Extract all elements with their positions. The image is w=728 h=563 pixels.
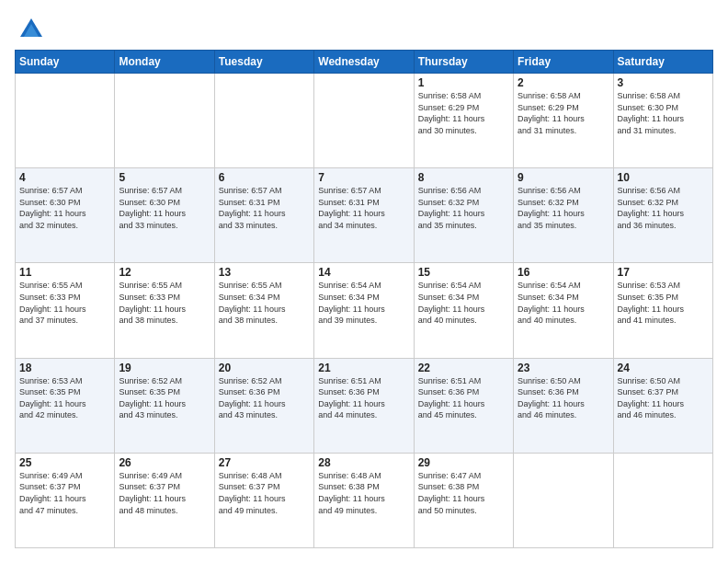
- day-info: Sunrise: 6:47 AM Sunset: 6:38 PM Dayligh…: [418, 470, 509, 516]
- day-info: Sunrise: 6:51 AM Sunset: 6:36 PM Dayligh…: [418, 375, 509, 421]
- day-info: Sunrise: 6:54 AM Sunset: 6:34 PM Dayligh…: [518, 280, 609, 326]
- calendar-header-wednesday: Wednesday: [314, 51, 414, 74]
- calendar-header-sunday: Sunday: [16, 51, 115, 74]
- calendar-cell: [214, 74, 313, 168]
- day-info: Sunrise: 6:56 AM Sunset: 6:32 PM Dayligh…: [618, 185, 709, 231]
- day-number: 12: [119, 266, 210, 279]
- calendar-header-thursday: Thursday: [414, 51, 513, 74]
- calendar-cell: 21Sunrise: 6:51 AM Sunset: 6:36 PM Dayli…: [314, 358, 414, 453]
- day-info: Sunrise: 6:53 AM Sunset: 6:35 PM Dayligh…: [19, 375, 110, 421]
- day-number: 17: [618, 266, 709, 279]
- day-info: Sunrise: 6:49 AM Sunset: 6:37 PM Dayligh…: [119, 470, 210, 516]
- day-number: 13: [219, 266, 310, 279]
- day-info: Sunrise: 6:50 AM Sunset: 6:36 PM Dayligh…: [518, 375, 609, 421]
- calendar-cell: [613, 453, 712, 547]
- day-info: Sunrise: 6:54 AM Sunset: 6:34 PM Dayligh…: [318, 280, 409, 326]
- day-info: Sunrise: 6:52 AM Sunset: 6:35 PM Dayligh…: [119, 375, 210, 421]
- calendar-cell: 11Sunrise: 6:55 AM Sunset: 6:33 PM Dayli…: [16, 263, 115, 358]
- calendar-week-row: 11Sunrise: 6:55 AM Sunset: 6:33 PM Dayli…: [16, 263, 713, 358]
- day-info: Sunrise: 6:56 AM Sunset: 6:32 PM Dayligh…: [518, 185, 609, 231]
- logo: [15, 15, 44, 40]
- calendar-week-row: 18Sunrise: 6:53 AM Sunset: 6:35 PM Dayli…: [16, 358, 713, 453]
- calendar-header-monday: Monday: [115, 51, 214, 74]
- day-number: 11: [19, 266, 110, 279]
- calendar-cell: [16, 74, 115, 168]
- calendar-cell: [115, 74, 214, 168]
- day-number: 5: [119, 171, 210, 184]
- day-info: Sunrise: 6:48 AM Sunset: 6:38 PM Dayligh…: [318, 470, 409, 516]
- calendar-cell: 22Sunrise: 6:51 AM Sunset: 6:36 PM Dayli…: [414, 358, 513, 453]
- day-info: Sunrise: 6:57 AM Sunset: 6:31 PM Dayligh…: [219, 185, 310, 231]
- day-number: 2: [518, 76, 609, 89]
- calendar-cell: 10Sunrise: 6:56 AM Sunset: 6:32 PM Dayli…: [613, 168, 712, 263]
- calendar-cell: 23Sunrise: 6:50 AM Sunset: 6:36 PM Dayli…: [514, 358, 613, 453]
- logo-icon: [18, 15, 44, 40]
- day-number: 9: [518, 171, 609, 184]
- calendar-cell: 14Sunrise: 6:54 AM Sunset: 6:34 PM Dayli…: [314, 263, 414, 358]
- day-number: 29: [418, 456, 509, 469]
- day-info: Sunrise: 6:51 AM Sunset: 6:36 PM Dayligh…: [318, 375, 409, 421]
- day-number: 1: [418, 76, 509, 89]
- day-number: 14: [318, 266, 409, 279]
- day-number: 15: [418, 266, 509, 279]
- calendar-header-tuesday: Tuesday: [214, 51, 313, 74]
- calendar-cell: 24Sunrise: 6:50 AM Sunset: 6:37 PM Dayli…: [613, 358, 712, 453]
- calendar-cell: 25Sunrise: 6:49 AM Sunset: 6:37 PM Dayli…: [16, 453, 115, 547]
- calendar-header-row: SundayMondayTuesdayWednesdayThursdayFrid…: [16, 51, 713, 74]
- day-number: 16: [518, 266, 609, 279]
- day-number: 3: [618, 76, 709, 89]
- day-info: Sunrise: 6:58 AM Sunset: 6:29 PM Dayligh…: [418, 90, 509, 136]
- calendar-cell: 20Sunrise: 6:52 AM Sunset: 6:36 PM Dayli…: [214, 358, 313, 453]
- page: SundayMondayTuesdayWednesdayThursdayFrid…: [0, 0, 728, 563]
- day-info: Sunrise: 6:52 AM Sunset: 6:36 PM Dayligh…: [219, 375, 310, 421]
- calendar-cell: 5Sunrise: 6:57 AM Sunset: 6:30 PM Daylig…: [115, 168, 214, 263]
- calendar-cell: 3Sunrise: 6:58 AM Sunset: 6:30 PM Daylig…: [613, 74, 712, 168]
- calendar-table: SundayMondayTuesdayWednesdayThursdayFrid…: [15, 50, 713, 548]
- calendar-cell: [314, 74, 414, 168]
- calendar-cell: 2Sunrise: 6:58 AM Sunset: 6:29 PM Daylig…: [514, 74, 613, 168]
- calendar-week-row: 1Sunrise: 6:58 AM Sunset: 6:29 PM Daylig…: [16, 74, 713, 168]
- day-number: 10: [618, 171, 709, 184]
- day-info: Sunrise: 6:56 AM Sunset: 6:32 PM Dayligh…: [418, 185, 509, 231]
- day-number: 19: [119, 362, 210, 374]
- calendar-header-friday: Friday: [514, 51, 613, 74]
- calendar-cell: 8Sunrise: 6:56 AM Sunset: 6:32 PM Daylig…: [414, 168, 513, 263]
- day-number: 8: [418, 171, 509, 184]
- calendar-cell: 12Sunrise: 6:55 AM Sunset: 6:33 PM Dayli…: [115, 263, 214, 358]
- calendar-week-row: 25Sunrise: 6:49 AM Sunset: 6:37 PM Dayli…: [16, 453, 713, 547]
- calendar-cell: 18Sunrise: 6:53 AM Sunset: 6:35 PM Dayli…: [16, 358, 115, 453]
- day-info: Sunrise: 6:48 AM Sunset: 6:37 PM Dayligh…: [219, 470, 310, 516]
- calendar-cell: 13Sunrise: 6:55 AM Sunset: 6:34 PM Dayli…: [214, 263, 313, 358]
- calendar-cell: 27Sunrise: 6:48 AM Sunset: 6:37 PM Dayli…: [214, 453, 313, 547]
- day-number: 23: [518, 362, 609, 374]
- calendar-cell: 16Sunrise: 6:54 AM Sunset: 6:34 PM Dayli…: [514, 263, 613, 358]
- day-number: 4: [19, 171, 110, 184]
- calendar-cell: 28Sunrise: 6:48 AM Sunset: 6:38 PM Dayli…: [314, 453, 414, 547]
- day-number: 26: [119, 456, 210, 469]
- day-number: 28: [318, 456, 409, 469]
- day-info: Sunrise: 6:57 AM Sunset: 6:30 PM Dayligh…: [119, 185, 210, 231]
- calendar-cell: 29Sunrise: 6:47 AM Sunset: 6:38 PM Dayli…: [414, 453, 513, 547]
- day-number: 20: [219, 362, 310, 374]
- day-info: Sunrise: 6:57 AM Sunset: 6:30 PM Dayligh…: [19, 185, 110, 231]
- calendar-cell: 17Sunrise: 6:53 AM Sunset: 6:35 PM Dayli…: [613, 263, 712, 358]
- day-info: Sunrise: 6:50 AM Sunset: 6:37 PM Dayligh…: [618, 375, 709, 421]
- calendar-week-row: 4Sunrise: 6:57 AM Sunset: 6:30 PM Daylig…: [16, 168, 713, 263]
- day-info: Sunrise: 6:54 AM Sunset: 6:34 PM Dayligh…: [418, 280, 509, 326]
- calendar-cell: 15Sunrise: 6:54 AM Sunset: 6:34 PM Dayli…: [414, 263, 513, 358]
- calendar-cell: 4Sunrise: 6:57 AM Sunset: 6:30 PM Daylig…: [16, 168, 115, 263]
- day-info: Sunrise: 6:55 AM Sunset: 6:33 PM Dayligh…: [19, 280, 110, 326]
- calendar-cell: 6Sunrise: 6:57 AM Sunset: 6:31 PM Daylig…: [214, 168, 313, 263]
- calendar-cell: 26Sunrise: 6:49 AM Sunset: 6:37 PM Dayli…: [115, 453, 214, 547]
- day-number: 6: [219, 171, 310, 184]
- day-info: Sunrise: 6:49 AM Sunset: 6:37 PM Dayligh…: [19, 470, 110, 516]
- calendar-cell: [514, 453, 613, 547]
- day-number: 25: [19, 456, 110, 469]
- day-number: 21: [318, 362, 409, 374]
- day-info: Sunrise: 6:57 AM Sunset: 6:31 PM Dayligh…: [318, 185, 409, 231]
- day-info: Sunrise: 6:58 AM Sunset: 6:29 PM Dayligh…: [518, 90, 609, 136]
- day-number: 18: [19, 362, 110, 374]
- day-number: 24: [618, 362, 709, 374]
- day-info: Sunrise: 6:53 AM Sunset: 6:35 PM Dayligh…: [618, 280, 709, 326]
- calendar-cell: 7Sunrise: 6:57 AM Sunset: 6:31 PM Daylig…: [314, 168, 414, 263]
